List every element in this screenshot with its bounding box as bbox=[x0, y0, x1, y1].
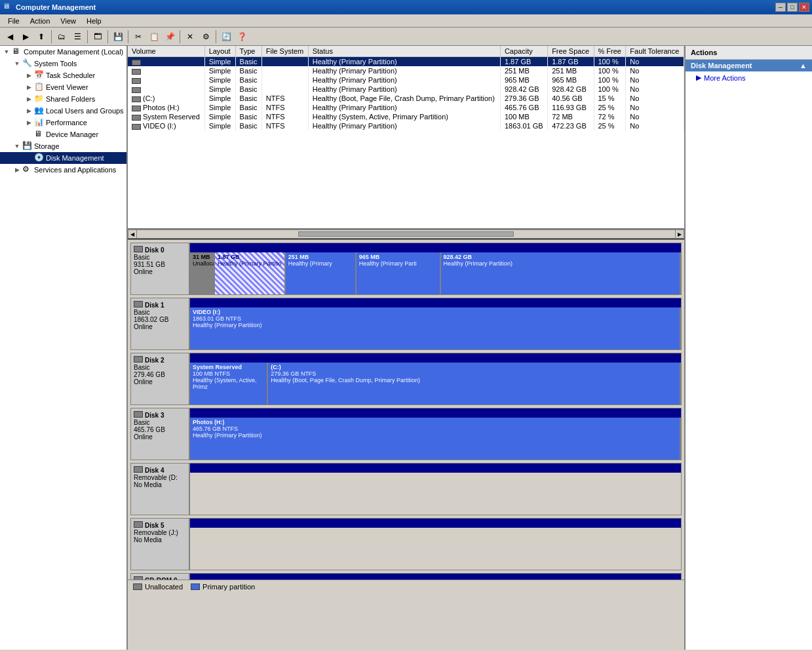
paste-button[interactable]: 📌 bbox=[163, 30, 177, 44]
table-row[interactable]: Simple Basic Healthy (Primary Partition)… bbox=[128, 66, 684, 75]
copy-button[interactable]: 📋 bbox=[147, 30, 161, 44]
disk-partition[interactable]: 928.42 GBHealthy (Primary Partition) bbox=[441, 252, 681, 294]
sidebar-item-local-users[interactable]: ▶ 👥 Local Users and Groups bbox=[0, 105, 126, 117]
col-filesystem[interactable]: File System bbox=[261, 46, 308, 57]
col-free-space[interactable]: Free Space bbox=[548, 46, 594, 57]
help-button[interactable]: ❓ bbox=[235, 30, 249, 44]
cell-fs: NTFS bbox=[261, 121, 308, 130]
actions-disk-management[interactable]: Disk Management ▲ bbox=[686, 60, 812, 71]
disk-partition[interactable]: VIDEO (I:)1863.01 GB NTFSHealthy (Primar… bbox=[190, 307, 681, 349]
col-volume[interactable]: Volume bbox=[128, 46, 204, 57]
disk-partition[interactable]: System Reserved100 MB NTFSHealthy (Syste… bbox=[190, 363, 268, 404]
scroll-right-btn[interactable]: ▶ bbox=[675, 229, 684, 239]
shared-folders-expand[interactable]: ▶ bbox=[24, 94, 34, 104]
window-controls[interactable]: ─ □ ✕ bbox=[775, 3, 809, 12]
new-window-button[interactable]: 🗔 bbox=[90, 30, 105, 44]
disk-type: Basic bbox=[134, 254, 186, 261]
tree-system-tools-expand[interactable]: ▼ bbox=[12, 58, 22, 69]
disk-partition[interactable]: (C:)279.36 GB NTFSHealthy (Boot, Page Fi… bbox=[268, 363, 681, 404]
col-fault-tolerance[interactable]: Fault Tolerance bbox=[626, 46, 684, 57]
shared-folders-label: Shared Folders bbox=[46, 95, 95, 103]
menu-help[interactable]: Help bbox=[81, 16, 107, 26]
refresh-button[interactable]: 🔄 bbox=[219, 30, 233, 44]
disk-partition[interactable]: 965 MBHealthy (Primary Parti bbox=[357, 252, 441, 294]
table-row[interactable]: (C:) Simple Basic NTFS Healthy (Boot, Pa… bbox=[128, 94, 684, 103]
performance-expand[interactable]: ▶ bbox=[24, 117, 34, 128]
sidebar-item-task-scheduler[interactable]: ▶ 📅 Task Scheduler bbox=[0, 69, 126, 81]
disk-partition[interactable]: 251 MBHealthy (Primary bbox=[286, 252, 357, 294]
disk-no-media bbox=[190, 473, 681, 515]
tree-root-expand[interactable]: ▼ bbox=[1, 47, 12, 57]
task-scheduler-expand[interactable]: ▶ bbox=[24, 70, 34, 81]
up-button[interactable]: ⬆ bbox=[34, 30, 48, 44]
event-viewer-icon: 📋 bbox=[34, 82, 45, 92]
table-row[interactable]: Photos (H:) Simple Basic NTFS Healthy (P… bbox=[128, 103, 684, 112]
cell-fs: NTFS bbox=[261, 112, 308, 121]
scroll-thumb[interactable] bbox=[298, 231, 513, 237]
tree-root[interactable]: ▼ 🖥 Computer Management (Local) bbox=[0, 46, 126, 58]
col-status[interactable]: Status bbox=[308, 46, 500, 57]
show-console-tree-button[interactable]: 🗂 bbox=[54, 30, 69, 44]
sidebar-item-services-apps[interactable]: ▶ ⚙ Services and Applications bbox=[0, 164, 126, 176]
partition-status: Healthy (Primary Partition) bbox=[193, 432, 677, 439]
event-viewer-label: Event Viewer bbox=[46, 83, 88, 91]
table-row[interactable]: VIDEO (I:) Simple Basic NTFS Healthy (Pr… bbox=[128, 121, 684, 130]
table-header-row: Volume Layout Type File System Status Ca… bbox=[128, 46, 684, 57]
disk-row: Disk 4Removable (D:No Media bbox=[130, 463, 682, 515]
actions-section-arrow: ▲ bbox=[800, 62, 807, 69]
storage-expand[interactable]: ▼ bbox=[12, 141, 22, 151]
tree-storage[interactable]: ▼ 💾 Storage bbox=[0, 140, 126, 152]
partition-sub: Healthy (Primary bbox=[288, 260, 353, 267]
disk-status: No Media bbox=[134, 536, 186, 543]
disk-partition[interactable]: 1.87 GBHealthy (Primary Partitio bbox=[215, 252, 286, 294]
col-capacity[interactable]: Capacity bbox=[500, 46, 547, 57]
event-viewer-expand[interactable]: ▶ bbox=[24, 82, 34, 92]
properties-button[interactable]: ⚙ bbox=[199, 30, 213, 44]
sidebar-item-disk-management[interactable]: 💿 Disk Management bbox=[0, 152, 126, 164]
shared-folders-icon: 📁 bbox=[34, 94, 45, 104]
col-pct-free[interactable]: % Free bbox=[594, 46, 626, 57]
table-row[interactable]: System Reserved Simple Basic NTFS Health… bbox=[128, 112, 684, 121]
disk-partitions-container: VIDEO (I:)1863.01 GB NTFSHealthy (Primar… bbox=[190, 298, 681, 349]
disk-status: No Media bbox=[134, 481, 186, 488]
cell-volume bbox=[128, 57, 204, 67]
main-container: ▼ 🖥 Computer Management (Local) ▼ 🔧 Syst… bbox=[0, 46, 812, 650]
cell-pct-free: 25 % bbox=[594, 103, 626, 112]
delete-button[interactable]: ✕ bbox=[183, 30, 197, 44]
menu-file[interactable]: File bbox=[3, 16, 25, 26]
table-scrollbar[interactable]: ◀ ▶ bbox=[128, 229, 684, 239]
col-type[interactable]: Type bbox=[235, 46, 261, 57]
menu-view[interactable]: View bbox=[55, 16, 81, 26]
minimize-button[interactable]: ─ bbox=[775, 3, 786, 12]
cell-layout: Simple bbox=[204, 112, 235, 121]
sidebar-item-device-manager[interactable]: 🖥 Device Manager bbox=[0, 128, 126, 140]
table-row[interactable]: Simple Basic Healthy (Primary Partition)… bbox=[128, 57, 684, 67]
more-actions-link[interactable]: ▶ More Actions bbox=[686, 71, 812, 84]
local-users-expand[interactable]: ▶ bbox=[24, 106, 34, 116]
services-apps-expand[interactable]: ▶ bbox=[12, 165, 22, 175]
scroll-track[interactable] bbox=[137, 231, 675, 237]
table-row[interactable]: Simple Basic Healthy (Primary Partition)… bbox=[128, 85, 684, 94]
disk-partition[interactable]: Photos (H:)465.76 GB NTFSHealthy (Primar… bbox=[190, 418, 681, 460]
cut-button[interactable]: ✂ bbox=[131, 30, 145, 44]
sidebar-item-performance[interactable]: ▶ 📊 Performance bbox=[0, 117, 126, 128]
menu-action[interactable]: Action bbox=[25, 16, 56, 26]
partition-name: 965 MB bbox=[359, 254, 437, 260]
sidebar-item-event-viewer[interactable]: ▶ 📋 Event Viewer bbox=[0, 81, 126, 93]
export-button[interactable]: 💾 bbox=[111, 30, 125, 44]
back-button[interactable]: ◀ bbox=[3, 30, 17, 44]
table-row[interactable]: Simple Basic Healthy (Primary Partition)… bbox=[128, 75, 684, 85]
tree-system-tools[interactable]: ▼ 🔧 System Tools bbox=[0, 58, 126, 69]
disk-header-bar bbox=[190, 574, 681, 580]
scroll-left-btn[interactable]: ◀ bbox=[128, 229, 137, 239]
close-button[interactable]: ✕ bbox=[799, 3, 809, 12]
col-layout[interactable]: Layout bbox=[204, 46, 235, 57]
disk-partition[interactable]: 31 MBUnallocat bbox=[190, 252, 215, 294]
cell-free: 965 MB bbox=[548, 75, 594, 85]
forward-button[interactable]: ▶ bbox=[18, 30, 33, 44]
show-action-pane-button[interactable]: ☰ bbox=[70, 30, 85, 44]
sidebar-item-shared-folders[interactable]: ▶ 📁 Shared Folders bbox=[0, 93, 126, 105]
maximize-button[interactable]: □ bbox=[787, 3, 798, 12]
legend-unallocated-color bbox=[133, 583, 142, 590]
disk-id: Disk 1 bbox=[145, 302, 164, 309]
